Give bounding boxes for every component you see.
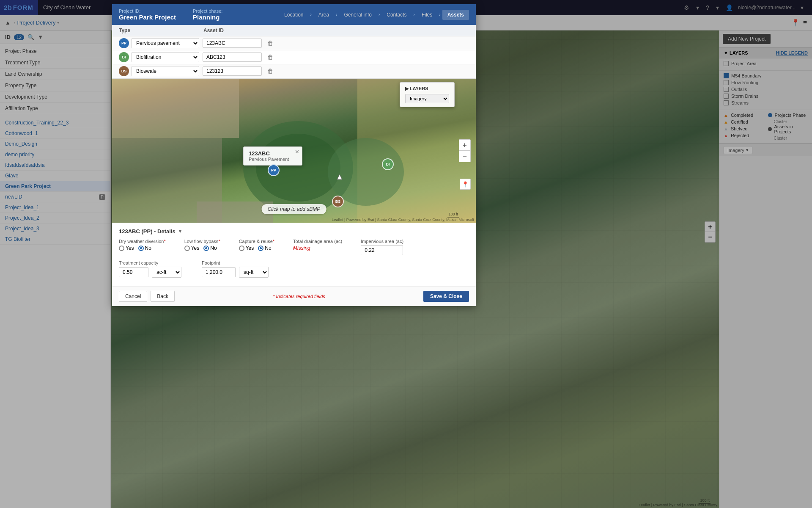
modal-phase-value: Planning (193, 14, 222, 21)
dry-weather-no-radio-btn[interactable] (138, 246, 144, 251)
pin-bs-circle: BS (332, 196, 344, 207)
asset-row-bi: BI Biofiltration Pervious pavement Biosw… (112, 50, 476, 64)
asset-id-input-1[interactable] (203, 39, 262, 48)
map-scale: 100 ft (447, 212, 459, 218)
asset-row-bs: BS Bioswale Pervious pavement Biofiltrat… (112, 64, 476, 78)
asset-type-select-1[interactable]: Pervious pavement Biofiltration Bioswale (132, 38, 199, 48)
map-pin-bi[interactable]: BI (382, 158, 394, 170)
capture-yes-label: Yes (246, 245, 254, 251)
asset-badge-bs: BS (119, 66, 129, 76)
tab-arrow-3: › (379, 12, 380, 17)
low-flow-field: Low flow bypass* Yes No (184, 239, 220, 251)
col-id-label: Asset ID (203, 28, 469, 33)
capture-reuse-label: Capture & reuse* (239, 239, 274, 244)
asset-id-input-3[interactable] (203, 66, 262, 76)
capture-no-radio[interactable]: No (258, 245, 271, 251)
modal-tabs: Location › Area › General info › Contact… (279, 10, 469, 20)
pin-bi-circle: BI (382, 158, 394, 170)
treatment-capacity-field: Treatment capacity ac-ft ac-in gallons (119, 260, 181, 278)
back-button[interactable]: Back (151, 291, 175, 302)
map-pin-bs[interactable]: BS (332, 196, 344, 207)
dry-weather-label: Dry weather diversion* (119, 239, 166, 244)
modal-map[interactable]: ▶ LAYERS Imagery Streets Topo ✕ 123ABC P… (112, 79, 476, 223)
tab-files[interactable]: Files (417, 10, 437, 20)
save-close-button[interactable]: Save & Close (423, 291, 469, 302)
total-drainage-value: Missing (293, 245, 342, 251)
footprint-label: Footprint (202, 260, 269, 265)
zoom-in-button[interactable]: + (459, 140, 470, 151)
asset-type-select-3[interactable]: Bioswale Pervious pavement Biofiltration (132, 66, 199, 76)
map-click-label: Click map to add sBMP (262, 204, 326, 214)
map-location-button[interactable]: 📍 (460, 179, 471, 190)
footer-left-buttons: Cancel Back (119, 291, 175, 302)
map-triangle-marker (336, 174, 343, 182)
dry-weather-yes-label: Yes (126, 245, 134, 251)
tab-contacts[interactable]: Contacts (381, 10, 411, 20)
asset-table-section: Type Asset ID PP Pervious pavement Biofi… (112, 25, 476, 79)
dry-weather-no-label: No (145, 245, 151, 251)
details-row-1: Dry weather diversion* Yes No Low flow (119, 239, 469, 255)
cancel-button[interactable]: Cancel (119, 291, 147, 302)
asset-delete-button-1[interactable]: 🗑 (265, 38, 275, 48)
low-flow-no-radio[interactable]: No (203, 245, 217, 251)
low-flow-label: Low flow bypass* (184, 239, 220, 244)
popup-asset-type: Pervious Pavement (249, 157, 297, 162)
modal-footer: Cancel Back * Indicates required fields … (112, 286, 476, 306)
details-chevron-icon[interactable]: ▾ (179, 229, 181, 234)
impervious-field: Impervious area (ac) (361, 239, 403, 255)
dry-weather-yes-radio-btn[interactable] (119, 246, 124, 251)
map-layers-popup-title: ▶ LAYERS (405, 86, 449, 91)
asset-delete-button-3[interactable]: 🗑 (265, 66, 275, 76)
imagery-select[interactable]: Imagery Streets Topo (405, 94, 449, 103)
asset-table-header: Type Asset ID (112, 25, 476, 36)
capture-no-label: No (265, 245, 271, 251)
asset-delete-button-2[interactable]: 🗑 (265, 52, 275, 62)
main-modal: Project ID: Green Park Project Project p… (112, 4, 476, 306)
details-title: 123ABC (PP) - Details ▾ (119, 228, 469, 235)
capture-yes-radio[interactable]: Yes (239, 245, 254, 251)
low-flow-yes-radio-btn[interactable] (184, 246, 190, 251)
capture-yes-radio-btn[interactable] (239, 246, 244, 251)
asset-row-pp: PP Pervious pavement Biofiltration Biosw… (112, 36, 476, 50)
footprint-field: Footprint sq-ft ac sq-m (202, 260, 269, 278)
tab-assets[interactable]: Assets (442, 10, 469, 20)
tab-location[interactable]: Location (279, 10, 308, 20)
dry-weather-no-radio[interactable]: No (138, 245, 151, 251)
capture-no-radio-btn[interactable] (258, 246, 263, 251)
asset-id-input-2[interactable] (203, 52, 262, 62)
modal-header: Project ID: Green Park Project Project p… (112, 4, 476, 25)
tab-arrow-1: › (310, 12, 311, 17)
details-row-2: Treatment capacity ac-ft ac-in gallons F… (119, 260, 469, 278)
tab-arrow-2: › (336, 12, 337, 17)
dry-weather-yes-radio[interactable]: Yes (119, 245, 134, 251)
map-popup: ✕ 123ABC Pervious Pavement (243, 146, 302, 166)
map-layers-popup: ▶ LAYERS Imagery Streets Topo (400, 82, 455, 107)
footprint-unit-select[interactable]: sq-ft ac sq-m (239, 267, 269, 278)
low-flow-yes-radio[interactable]: Yes (184, 245, 200, 251)
capture-reuse-radio-group: Yes No (239, 245, 274, 251)
map-zoom-controls: + − (459, 139, 471, 162)
zoom-out-button[interactable]: − (459, 151, 470, 162)
capture-reuse-field: Capture & reuse* Yes No (239, 239, 274, 251)
svg-marker-7 (337, 174, 342, 179)
low-flow-no-radio-btn[interactable] (203, 246, 209, 251)
low-flow-no-label: No (210, 245, 217, 251)
map-pin-pp[interactable]: PP (268, 164, 280, 176)
treatment-capacity-unit-select[interactable]: ac-ft ac-in gallons (152, 267, 181, 278)
popup-close-icon[interactable]: ✕ (295, 149, 299, 155)
asset-type-select-2[interactable]: Biofiltration Pervious pavement Bioswale (132, 52, 199, 62)
treatment-capacity-input[interactable] (119, 267, 148, 277)
dry-weather-field: Dry weather diversion* Yes No (119, 239, 166, 251)
total-drainage-field: Total drainage area (ac) Missing (293, 239, 342, 251)
dry-weather-radio-group: Yes No (119, 245, 166, 251)
col-type-label: Type (119, 28, 203, 33)
modal-phase-info: Project phase: Planning (193, 8, 222, 21)
tab-area[interactable]: Area (313, 10, 334, 20)
popup-asset-id: 123ABC (249, 150, 297, 157)
modal-project-name: Green Park Project (119, 14, 176, 21)
treatment-capacity-inputs: ac-ft ac-in gallons (119, 267, 181, 278)
impervious-input[interactable] (361, 245, 403, 255)
tab-general-info[interactable]: General info (339, 10, 377, 20)
footprint-input[interactable] (202, 267, 236, 277)
asset-badge-pp: PP (119, 38, 129, 48)
